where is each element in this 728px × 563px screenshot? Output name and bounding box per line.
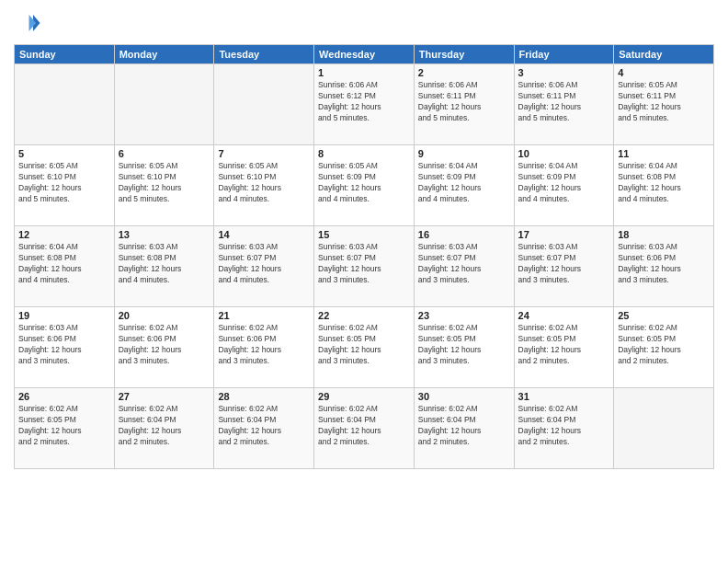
calendar-cell: 7Sunrise: 6:05 AM Sunset: 6:10 PM Daylig… <box>214 145 314 226</box>
calendar-cell: 27Sunrise: 6:02 AM Sunset: 6:04 PM Dayli… <box>114 388 214 469</box>
day-number: 15 <box>318 229 410 240</box>
calendar-week-5: 26Sunrise: 6:02 AM Sunset: 6:05 PM Dayli… <box>15 388 714 469</box>
calendar-cell: 10Sunrise: 6:04 AM Sunset: 6:09 PM Dayli… <box>514 145 614 226</box>
logo <box>14 9 45 37</box>
day-info: Sunrise: 6:02 AM Sunset: 6:04 PM Dayligh… <box>418 404 510 448</box>
calendar-table: SundayMondayTuesdayWednesdayThursdayFrid… <box>14 44 714 469</box>
calendar-cell: 13Sunrise: 6:03 AM Sunset: 6:08 PM Dayli… <box>114 226 214 307</box>
day-info: Sunrise: 6:05 AM Sunset: 6:09 PM Dayligh… <box>318 161 410 205</box>
day-info: Sunrise: 6:06 AM Sunset: 6:12 PM Dayligh… <box>318 80 410 124</box>
calendar-cell: 9Sunrise: 6:04 AM Sunset: 6:09 PM Daylig… <box>414 145 514 226</box>
day-number: 26 <box>18 391 110 402</box>
day-number: 13 <box>119 229 210 240</box>
day-info: Sunrise: 6:03 AM Sunset: 6:07 PM Dayligh… <box>318 242 410 286</box>
day-number: 7 <box>218 148 310 159</box>
calendar-cell <box>214 64 314 145</box>
logo-icon <box>14 9 41 37</box>
calendar-cell: 19Sunrise: 6:03 AM Sunset: 6:06 PM Dayli… <box>15 307 115 388</box>
day-info: Sunrise: 6:04 AM Sunset: 6:09 PM Dayligh… <box>518 161 610 205</box>
day-number: 18 <box>618 229 710 240</box>
day-info: Sunrise: 6:02 AM Sunset: 6:05 PM Dayligh… <box>618 323 710 367</box>
day-number: 3 <box>518 67 610 78</box>
day-number: 22 <box>318 310 410 321</box>
calendar-cell: 26Sunrise: 6:02 AM Sunset: 6:05 PM Dayli… <box>15 388 115 469</box>
day-number: 23 <box>418 310 510 321</box>
weekday-header-wednesday: Wednesday <box>314 45 415 64</box>
calendar-cell: 1Sunrise: 6:06 AM Sunset: 6:12 PM Daylig… <box>314 64 415 145</box>
day-number: 12 <box>18 229 110 240</box>
day-number: 28 <box>218 391 310 402</box>
day-number: 9 <box>418 148 510 159</box>
day-number: 1 <box>318 67 410 78</box>
calendar-cell: 15Sunrise: 6:03 AM Sunset: 6:07 PM Dayli… <box>314 226 415 307</box>
day-info: Sunrise: 6:02 AM Sunset: 6:05 PM Dayligh… <box>18 404 110 448</box>
day-info: Sunrise: 6:02 AM Sunset: 6:04 PM Dayligh… <box>218 404 310 448</box>
calendar-cell: 6Sunrise: 6:05 AM Sunset: 6:10 PM Daylig… <box>114 145 214 226</box>
day-info: Sunrise: 6:04 AM Sunset: 6:09 PM Dayligh… <box>418 161 510 205</box>
calendar-cell: 3Sunrise: 6:06 AM Sunset: 6:11 PM Daylig… <box>514 64 614 145</box>
day-info: Sunrise: 6:03 AM Sunset: 6:08 PM Dayligh… <box>119 242 210 286</box>
day-number: 5 <box>18 148 110 159</box>
day-info: Sunrise: 6:03 AM Sunset: 6:06 PM Dayligh… <box>618 242 710 286</box>
day-number: 11 <box>618 148 710 159</box>
day-info: Sunrise: 6:04 AM Sunset: 6:08 PM Dayligh… <box>618 161 710 205</box>
day-number: 20 <box>119 310 210 321</box>
day-number: 4 <box>618 67 710 78</box>
day-info: Sunrise: 6:03 AM Sunset: 6:07 PM Dayligh… <box>218 242 310 286</box>
calendar-cell: 20Sunrise: 6:02 AM Sunset: 6:06 PM Dayli… <box>114 307 214 388</box>
day-number: 8 <box>318 148 410 159</box>
day-info: Sunrise: 6:02 AM Sunset: 6:06 PM Dayligh… <box>119 323 210 367</box>
day-number: 31 <box>518 391 610 402</box>
calendar-cell <box>114 64 214 145</box>
calendar-cell: 12Sunrise: 6:04 AM Sunset: 6:08 PM Dayli… <box>15 226 115 307</box>
calendar-cell <box>614 388 714 469</box>
day-info: Sunrise: 6:02 AM Sunset: 6:04 PM Dayligh… <box>119 404 210 448</box>
weekday-header-monday: Monday <box>114 45 214 64</box>
calendar-cell: 4Sunrise: 6:05 AM Sunset: 6:11 PM Daylig… <box>614 64 714 145</box>
calendar-cell: 18Sunrise: 6:03 AM Sunset: 6:06 PM Dayli… <box>614 226 714 307</box>
day-number: 21 <box>218 310 310 321</box>
day-number: 24 <box>518 310 610 321</box>
day-number: 16 <box>418 229 510 240</box>
calendar-cell: 24Sunrise: 6:02 AM Sunset: 6:05 PM Dayli… <box>514 307 614 388</box>
calendar-cell: 23Sunrise: 6:02 AM Sunset: 6:05 PM Dayli… <box>414 307 514 388</box>
day-number: 6 <box>119 148 210 159</box>
calendar-cell: 2Sunrise: 6:06 AM Sunset: 6:11 PM Daylig… <box>414 64 514 145</box>
day-number: 27 <box>119 391 210 402</box>
calendar-cell: 25Sunrise: 6:02 AM Sunset: 6:05 PM Dayli… <box>614 307 714 388</box>
day-info: Sunrise: 6:03 AM Sunset: 6:06 PM Dayligh… <box>18 323 110 367</box>
calendar-cell: 8Sunrise: 6:05 AM Sunset: 6:09 PM Daylig… <box>314 145 415 226</box>
day-info: Sunrise: 6:02 AM Sunset: 6:04 PM Dayligh… <box>318 404 410 448</box>
day-info: Sunrise: 6:02 AM Sunset: 6:04 PM Dayligh… <box>518 404 610 448</box>
day-info: Sunrise: 6:04 AM Sunset: 6:08 PM Dayligh… <box>18 242 110 286</box>
calendar-cell <box>15 64 115 145</box>
day-info: Sunrise: 6:05 AM Sunset: 6:10 PM Dayligh… <box>119 161 210 205</box>
day-info: Sunrise: 6:02 AM Sunset: 6:06 PM Dayligh… <box>218 323 310 367</box>
calendar-cell: 14Sunrise: 6:03 AM Sunset: 6:07 PM Dayli… <box>214 226 314 307</box>
weekday-header-thursday: Thursday <box>414 45 514 64</box>
day-info: Sunrise: 6:02 AM Sunset: 6:05 PM Dayligh… <box>418 323 510 367</box>
calendar-cell: 5Sunrise: 6:05 AM Sunset: 6:10 PM Daylig… <box>15 145 115 226</box>
calendar-cell: 30Sunrise: 6:02 AM Sunset: 6:04 PM Dayli… <box>414 388 514 469</box>
header <box>14 9 714 37</box>
page: SundayMondayTuesdayWednesdayThursdayFrid… <box>0 0 728 563</box>
day-info: Sunrise: 6:06 AM Sunset: 6:11 PM Dayligh… <box>418 80 510 124</box>
day-info: Sunrise: 6:05 AM Sunset: 6:10 PM Dayligh… <box>218 161 310 205</box>
day-info: Sunrise: 6:02 AM Sunset: 6:05 PM Dayligh… <box>518 323 610 367</box>
calendar-cell: 29Sunrise: 6:02 AM Sunset: 6:04 PM Dayli… <box>314 388 415 469</box>
calendar-week-3: 12Sunrise: 6:04 AM Sunset: 6:08 PM Dayli… <box>15 226 714 307</box>
weekday-header-friday: Friday <box>514 45 614 64</box>
calendar-cell: 21Sunrise: 6:02 AM Sunset: 6:06 PM Dayli… <box>214 307 314 388</box>
weekday-header-sunday: Sunday <box>15 45 115 64</box>
day-number: 10 <box>518 148 610 159</box>
calendar-cell: 31Sunrise: 6:02 AM Sunset: 6:04 PM Dayli… <box>514 388 614 469</box>
calendar-cell: 22Sunrise: 6:02 AM Sunset: 6:05 PM Dayli… <box>314 307 415 388</box>
calendar-cell: 16Sunrise: 6:03 AM Sunset: 6:07 PM Dayli… <box>414 226 514 307</box>
day-number: 25 <box>618 310 710 321</box>
calendar-week-4: 19Sunrise: 6:03 AM Sunset: 6:06 PM Dayli… <box>15 307 714 388</box>
day-number: 17 <box>518 229 610 240</box>
weekday-header-tuesday: Tuesday <box>214 45 314 64</box>
calendar-week-1: 1Sunrise: 6:06 AM Sunset: 6:12 PM Daylig… <box>15 64 714 145</box>
day-info: Sunrise: 6:05 AM Sunset: 6:11 PM Dayligh… <box>618 80 710 124</box>
calendar-week-2: 5Sunrise: 6:05 AM Sunset: 6:10 PM Daylig… <box>15 145 714 226</box>
